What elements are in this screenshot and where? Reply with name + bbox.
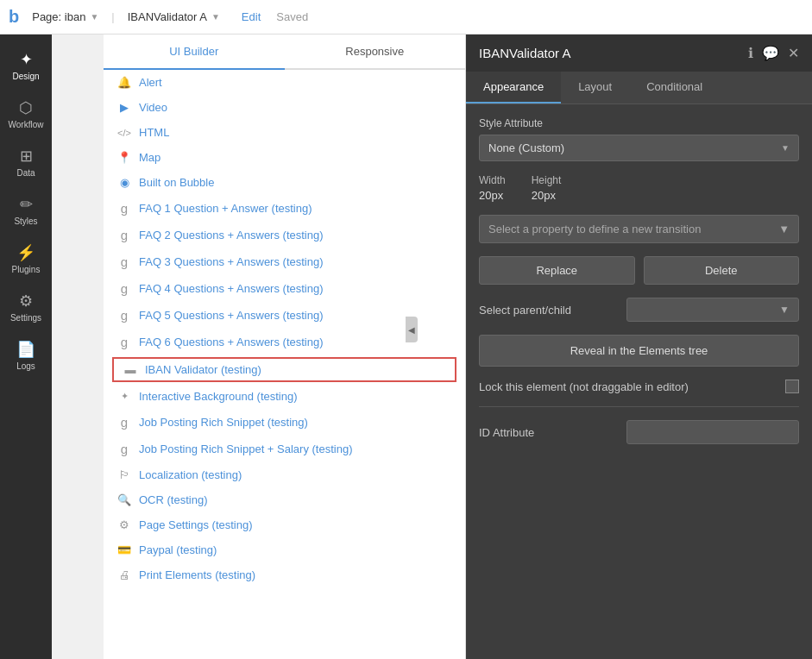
workflow-icon: ⬡ [19,98,33,117]
comment-icon[interactable]: 💬 [762,45,779,61]
delete-button[interactable]: Delete [644,256,800,285]
lock-row: Lock this element (not draggable in edit… [479,380,799,407]
transition-dropdown[interactable]: Select a property to define a new transi… [479,215,799,243]
id-attribute-label: ID Attribute [479,426,534,439]
parent-child-chevron-icon: ▼ [779,304,790,316]
saved-status: Saved [276,10,308,23]
video-icon: ▶ [116,101,132,114]
sidebar-item-styles[interactable]: ✏ Styles [0,188,52,233]
sidebar-item-design[interactable]: ✦ Design [0,43,52,88]
jobposting-icon: g [116,415,132,430]
jobpostingsalary-icon: g [116,442,132,456]
list-item[interactable]: ◉ Built on Bubble [104,170,465,195]
element-list: 🔔 Alert ▶ Video </> HTML 📍 Map ◉ Built o… [104,70,465,659]
panel-tabs: UI Builder Responsive [104,35,465,70]
id-attribute-row: ID Attribute [479,420,799,444]
list-item[interactable]: 📍 Map [104,145,465,170]
settings-label: Settings [10,313,41,323]
paypal-icon: 💳 [116,543,132,556]
tab-responsive[interactable]: Responsive [285,35,466,68]
element-label: Paypal (testing) [139,543,217,556]
component-selector[interactable]: IBANValidator A ▼ [128,10,220,23]
collapse-handle[interactable]: ◀ [406,317,418,342]
alert-icon: 🔔 [116,76,132,89]
element-label: FAQ 4 Questions + Answers (testing) [139,282,324,295]
logs-label: Logs [16,361,35,371]
list-item[interactable]: g FAQ 1 Question + Answer (testing) [104,195,465,222]
id-attribute-input[interactable] [626,420,799,444]
list-item[interactable]: 🏳 Localization (testing) [104,462,465,487]
parent-child-dropdown[interactable]: ▼ [626,298,799,322]
height-field: Height 20px [532,174,562,202]
reveal-button[interactable]: Reveal in the Elements tree [479,335,799,367]
tab-appearance[interactable]: Appearance [466,72,561,104]
element-panel: UI Builder Responsive 🔔 Alert ▶ Video </… [104,35,466,659]
lock-checkbox[interactable] [785,380,799,393]
list-item-selected[interactable]: ▬ IBAN Validator (testing) [112,357,456,382]
parent-child-label: Select parent/child [479,304,571,317]
list-item[interactable]: ▶ Video [104,95,465,120]
settings-icon: ⚙ [19,292,33,311]
faq6-icon: g [116,335,132,349]
height-label: Height [532,174,562,186]
print-icon: 🖨 [116,568,132,581]
lock-label: Lock this element (not draggable in edit… [479,380,689,393]
list-item[interactable]: </> HTML [104,120,465,145]
sidebar-item-workflow[interactable]: ⬡ Workflow [0,91,52,136]
faq2-icon: g [116,228,132,242]
replace-button[interactable]: Replace [479,256,635,285]
tab-conditional[interactable]: Conditional [629,72,720,104]
element-label: FAQ 1 Question + Answer (testing) [139,202,312,215]
transition-chevron-icon: ▼ [778,223,790,235]
close-icon[interactable]: ✕ [788,45,799,61]
left-nav: ✦ Design ⬡ Workflow ⊞ Data ✏ Styles ⚡ Pl… [0,0,52,659]
list-item[interactable]: g Job Posting Rich Snippet (testing) [104,409,465,436]
element-label: Page Settings (testing) [139,518,253,531]
sidebar-item-data[interactable]: ⊞ Data [0,140,52,185]
faq5-icon: g [116,308,132,323]
list-item[interactable]: ⚙ Page Settings (testing) [104,512,465,537]
element-label: HTML [139,126,169,139]
sidebar-item-logs[interactable]: 📄 Logs [0,333,52,378]
list-item[interactable]: 🔔 Alert [104,70,465,95]
faq3-icon: g [116,254,132,269]
element-label: IBAN Validator (testing) [145,363,261,376]
list-item[interactable]: 🖨 Print Elements (testing) [104,562,465,587]
sidebar-item-settings[interactable]: ⚙ Settings [0,285,52,330]
list-item[interactable]: g FAQ 2 Questions + Answers (testing) [104,222,465,248]
list-item[interactable]: g FAQ 3 Questions + Answers (testing) [104,248,465,275]
element-label: Interactive Background (testing) [139,390,298,403]
design-icon: ✦ [20,50,33,69]
page-chevron-icon: ▼ [90,12,98,22]
dimensions-row: Width 20px Height 20px [479,174,799,202]
html-icon: </> [116,128,132,138]
height-value: 20px [532,189,562,202]
list-item[interactable]: ✦ Interactive Background (testing) [104,384,465,409]
element-label: FAQ 2 Questions + Answers (testing) [139,229,324,242]
faq4-icon: g [116,281,132,296]
logs-icon: 📄 [16,340,35,359]
tab-ui-builder[interactable]: UI Builder [104,35,285,70]
element-label: Built on Bubble [139,176,214,189]
sidebar-item-plugins[interactable]: ⚡ Plugins [0,236,52,281]
workflow-label: Workflow [9,120,44,129]
style-attribute-dropdown[interactable]: None (Custom) ▼ [479,135,799,161]
page-label: Page: iban [32,10,85,23]
element-label: OCR (testing) [139,493,207,506]
list-item[interactable]: g FAQ 4 Questions + Answers (testing) [104,275,465,302]
top-bar: b Page: iban ▼ | IBANValidator A ▼ Edit … [0,0,812,35]
style-attribute-value: None (Custom) [488,141,564,154]
interactivebg-icon: ✦ [116,391,132,402]
info-icon[interactable]: ℹ [748,45,753,61]
prop-buttons: Replace Delete [479,256,799,285]
element-label: Video [139,101,167,114]
list-item[interactable]: 🔍 OCR (testing) [104,487,465,512]
page-selector[interactable]: Page: iban ▼ [32,10,98,23]
style-attribute-label: Style Attribute [479,117,799,129]
edit-button[interactable]: Edit [242,10,261,23]
styles-icon: ✏ [20,195,33,214]
list-item[interactable]: g Job Posting Rich Snippet + Salary (tes… [104,436,465,462]
list-item[interactable]: 💳 Paypal (testing) [104,537,465,562]
design-label: Design [12,72,39,81]
tab-layout[interactable]: Layout [561,72,629,104]
